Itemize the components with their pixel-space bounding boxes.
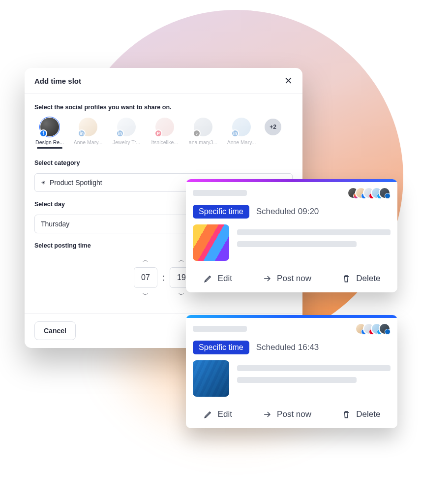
more-profiles-button[interactable]: +2 xyxy=(265,119,281,135)
edit-label: Edit xyxy=(218,410,232,419)
minute-up-icon[interactable]: ︿ xyxy=(179,256,184,264)
mini-avatar xyxy=(379,323,391,335)
scheduled-post-card-b: Specific time Scheduled 16:43 Edit Post … xyxy=(186,315,397,428)
pinterest-badge-icon: P xyxy=(154,129,162,137)
card-actions: Edit Post now Delete xyxy=(186,403,397,428)
post-now-button[interactable]: Post now xyxy=(258,272,315,285)
title-skeleton xyxy=(193,326,247,332)
post-thumbnail xyxy=(193,224,229,261)
day-value: Thursday xyxy=(41,220,69,228)
shared-profiles-stack[interactable] xyxy=(351,187,391,199)
profile-label: ana.mary3... xyxy=(189,139,217,145)
title-skeleton xyxy=(193,190,247,196)
pencil-icon xyxy=(203,410,213,419)
text-skeleton xyxy=(237,377,357,383)
cancel-button[interactable]: Cancel xyxy=(34,321,76,340)
tiktok-badge-icon: ♪ xyxy=(193,129,201,137)
post-now-label: Post now xyxy=(277,410,311,419)
profile-design-re[interactable]: f Design Re... xyxy=(34,118,65,149)
linkedin-badge-icon xyxy=(385,329,391,335)
card-actions: Edit Post now Delete xyxy=(186,267,397,292)
edit-label: Edit xyxy=(218,274,232,284)
text-skeleton xyxy=(237,229,391,235)
card-content xyxy=(186,360,397,403)
specific-time-pill: Specific time xyxy=(193,205,249,219)
profile-label: Anne Mary... xyxy=(227,139,256,145)
delete-button[interactable]: Delete xyxy=(337,408,384,421)
profile-anne-mary-1[interactable]: in Anne Mary... xyxy=(73,118,103,149)
card-content xyxy=(186,224,397,267)
minute-down-icon[interactable]: ﹀ xyxy=(179,291,184,299)
edit-button[interactable]: Edit xyxy=(199,408,236,421)
close-icon[interactable]: ✕ xyxy=(284,76,293,86)
specific-time-pill: Specific time xyxy=(193,341,249,354)
content-skeleton xyxy=(237,224,391,261)
card-header xyxy=(186,318,397,337)
shared-profiles-stack[interactable] xyxy=(359,323,391,335)
modal-title: Add time slot xyxy=(34,77,81,85)
trash-icon xyxy=(341,410,351,419)
edit-button[interactable]: Edit xyxy=(199,272,236,285)
profile-jewelry-tr[interactable]: in Jewelry Tr... xyxy=(111,118,142,149)
hour-down-icon[interactable]: ﹀ xyxy=(143,291,149,299)
facebook-badge-icon: f xyxy=(39,129,47,137)
card-tag-row: Specific time Scheduled 09:20 xyxy=(186,201,397,224)
scheduled-time: Scheduled 09:20 xyxy=(256,207,319,217)
linkedin-badge-icon: in xyxy=(78,129,86,137)
category-label: Select category xyxy=(34,159,293,166)
profile-label: Jewelry Tr... xyxy=(113,139,140,145)
hour-column: ︿ 07 ﹀ xyxy=(134,256,157,299)
delete-button[interactable]: Delete xyxy=(337,272,384,285)
linkedin-badge-icon xyxy=(385,193,391,199)
profiles-section-label: Select the social profiles you want to s… xyxy=(34,104,293,111)
profile-label: Anne Mary... xyxy=(74,139,103,145)
mini-avatar xyxy=(379,187,391,199)
delete-label: Delete xyxy=(356,274,380,284)
text-skeleton xyxy=(237,241,357,247)
profiles-row: f Design Re... in Anne Mary... in Jewelr… xyxy=(34,118,293,149)
profile-ana-mary3[interactable]: ♪ ana.mary3... xyxy=(188,118,218,149)
profile-anne-mary-2[interactable]: in Anne Mary... xyxy=(226,118,257,149)
pencil-icon xyxy=(203,274,213,284)
card-header xyxy=(186,182,397,201)
modal-header: Add time slot ✕ xyxy=(25,68,302,94)
text-skeleton xyxy=(237,365,391,371)
card-tag-row: Specific time Scheduled 16:43 xyxy=(186,337,397,360)
post-now-button[interactable]: Post now xyxy=(258,408,315,421)
arrow-right-icon xyxy=(262,410,272,419)
content-skeleton xyxy=(237,360,391,397)
profile-label: Design Re... xyxy=(35,139,64,145)
post-thumbnail xyxy=(193,360,229,397)
post-now-label: Post now xyxy=(277,274,311,284)
scheduled-post-card-a: Specific time Scheduled 09:20 Edit Post … xyxy=(186,179,397,292)
sun-icon: ☀ xyxy=(41,180,46,186)
profile-label: itsnicelike... xyxy=(151,139,178,145)
time-separator: : xyxy=(162,273,165,283)
trash-icon xyxy=(341,274,351,284)
hour-up-icon[interactable]: ︿ xyxy=(143,256,149,264)
scheduled-time: Scheduled 16:43 xyxy=(256,343,319,352)
linkedin-badge-icon: in xyxy=(231,129,239,137)
linkedin-badge-icon: in xyxy=(116,129,124,137)
profile-itsnicelike[interactable]: P itsnicelike... xyxy=(150,118,180,149)
arrow-right-icon xyxy=(262,274,272,284)
delete-label: Delete xyxy=(356,410,380,419)
hour-input[interactable]: 07 xyxy=(134,267,157,288)
category-value: Product Spotlight xyxy=(50,179,102,187)
